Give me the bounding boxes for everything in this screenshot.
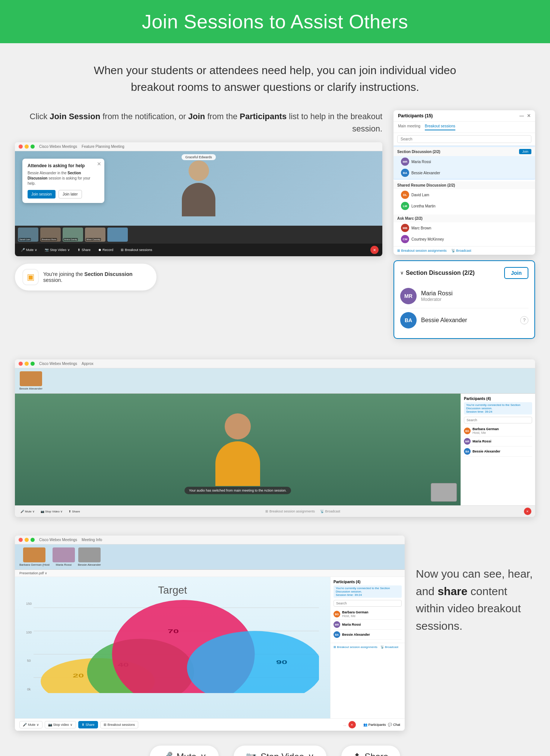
presenter-badge: Graceful Edwards (181, 154, 216, 160)
thumb-3: Amira Gandy (63, 228, 83, 242)
panel-header: Participants (15) — ✕ (393, 110, 535, 122)
m2t-mute[interactable]: 🎤 Mute ∨ (19, 509, 37, 514)
thumbnails-strip: Sarah Lam Breakout Boris Amira Gandy Wre… (15, 226, 382, 244)
chart-sidebar-search-input[interactable] (334, 600, 402, 607)
chart-thumb-1 (23, 547, 45, 562)
person-figure (182, 161, 215, 216)
question-icon: ? (520, 316, 528, 324)
joining-icon: ▣ (22, 269, 39, 285)
participant-name-maria: Maria Rossi (411, 160, 431, 164)
search-input[interactable] (397, 135, 531, 143)
bs-mute-btn[interactable]: 🎤 Mute ∨ (19, 721, 42, 728)
stop-video-action-button[interactable]: 📷 Stop Video ∨ (234, 746, 326, 756)
c-max-btn[interactable] (31, 538, 35, 542)
record-toolbar-button[interactable]: ⏺ Record (96, 247, 116, 253)
m2t-breakout[interactable]: ⊞ Breakout session assignments (265, 509, 315, 513)
right-column: Participants (15) — ✕ Main meeting Break… (393, 110, 535, 339)
ps-name-maria-2: Maria Rossi (472, 439, 491, 443)
bs-dots[interactable]: ... (343, 723, 346, 727)
mute-action-chevron: ∨ (200, 752, 207, 756)
y-label-2: 50 (26, 659, 32, 663)
join-session-button[interactable]: Join session (28, 190, 56, 198)
tab-breakout-sessions[interactable]: Breakout sessions (425, 124, 455, 130)
s-min-btn[interactable] (25, 362, 29, 366)
session-join-button-1[interactable]: Join (519, 149, 531, 154)
minimize-btn[interactable] (25, 144, 29, 149)
chart-title: Target (26, 584, 319, 596)
bs-chat-link[interactable]: 💬 Chat (388, 723, 400, 727)
corner-video (431, 483, 457, 502)
session-title-3: Ask Marc (2/2) (397, 216, 423, 220)
breakout-assignments-link[interactable]: ⊞ Breakout session assignments (397, 249, 447, 252)
share-toolbar-button[interactable]: ⬆ Share (75, 247, 93, 253)
bs-end-btn[interactable]: ✕ (348, 721, 356, 728)
s-max-btn[interactable] (31, 362, 35, 366)
share-icon: ⬆ (78, 248, 80, 252)
breakout-toolbar-button[interactable]: ⊞ Breakout sessions (118, 247, 155, 253)
stop-video-toolbar-button[interactable]: 📷 Stop Video ∨ (42, 247, 72, 253)
val-20: 20 (73, 673, 84, 679)
chart-ps-time: Session time: 39:24 (336, 593, 399, 597)
bs-video-btn[interactable]: 📷 Stop video ∨ (45, 721, 76, 728)
close-icon[interactable]: ✕ (97, 161, 101, 167)
audio-switch-banner: Your audio has switched from main meetin… (184, 487, 291, 494)
m2t-video[interactable]: 📷 Stop Video ∨ (39, 509, 64, 514)
sd-header: ∨ Section Discussion (2/2) Join (400, 267, 528, 279)
chart-person-3: Bessie Alexander (78, 547, 101, 566)
window-controls (19, 144, 35, 149)
chart-role-barbara: Host, Me (342, 614, 369, 618)
thumb-label-2: Breakout Boris (41, 238, 57, 241)
mute-chevron: ∨ (35, 248, 37, 252)
chart-broadcast-link[interactable]: 📡 Broadcast (380, 645, 398, 649)
ps-role-barbara: Host, Me (472, 431, 499, 435)
breakout-label: Breakout sessions (125, 248, 152, 252)
panel-tabs: Main meeting Breakout sessions (393, 122, 535, 133)
left-column: Click Join Session from the notification… (15, 110, 382, 298)
c-close-btn[interactable] (19, 538, 23, 542)
m2t-end[interactable]: ✕ (524, 508, 531, 515)
sd-title: ∨ Section Discussion (2/2) (400, 270, 475, 276)
search-bar (393, 133, 535, 146)
bs-breakout-btn[interactable]: ⊞ Breakout sessions (100, 721, 139, 728)
maximize-btn[interactable] (31, 144, 35, 149)
chart-breakout-link[interactable]: ⊞ Breakout session assignments (334, 645, 377, 649)
broadcast-link[interactable]: 📡 Broadcast (451, 249, 471, 252)
tab-main-meeting[interactable]: Main meeting (398, 124, 420, 130)
bs-share-btn[interactable]: ⬆ Share (78, 721, 98, 728)
m2t-share[interactable]: ⬆ Share (67, 509, 82, 514)
session-title-1: Section Discussion (2/2) (397, 150, 440, 154)
chart-ps-status-text: You're currently connected to the Sectio… (336, 587, 399, 593)
thumb-1: Sarah Lam (18, 228, 38, 242)
share-action-button[interactable]: ⬆ Share (341, 746, 400, 756)
minimize-icon[interactable]: — (519, 113, 524, 118)
s-close-btn[interactable] (19, 362, 23, 366)
bs-participants-link[interactable]: 👥 Participants (363, 723, 386, 727)
chart-thumb-2 (53, 547, 75, 562)
mute-action-button[interactable]: 🎤 Mute ∨ (150, 746, 219, 756)
chart-ps-item-barbara: BG Barbara German Host, Me (334, 609, 402, 620)
participants-title: Participants (15) (398, 113, 433, 118)
meeting2-toolbar: 🎤 Mute ∨ 📷 Stop Video ∨ ⬆ Share ⊞ Breako… (15, 505, 535, 517)
thumb-label-1: Sarah Lam (19, 238, 31, 241)
bs-breakout-icon: ⊞ (104, 723, 107, 727)
sd-avatar-bessie: BA (400, 312, 417, 328)
end-call-button[interactable]: ✕ (370, 246, 379, 254)
presenter-name: Graceful Edwards (185, 155, 212, 159)
c-min-btn[interactable] (25, 538, 29, 542)
m2t-broadcast[interactable]: 📡 Broadcast (320, 509, 340, 513)
ps-item-bessie-2: BA Bessie Alexander (464, 447, 532, 457)
avatar-marc: MB (401, 224, 409, 232)
meeting-title: Feature Planning Meeting (82, 144, 124, 149)
sd-join-button[interactable]: Join (504, 267, 528, 279)
participant-name-bessie: Bessie Alexander (411, 171, 440, 175)
join-later-button[interactable]: Join later (59, 190, 82, 198)
sidebar-search-input[interactable] (464, 417, 532, 423)
bs-share-icon: ⬆ (82, 723, 85, 727)
close-btn[interactable] (19, 144, 23, 149)
sidebar-search (464, 417, 532, 423)
participant-maria: MR Maria Rossi (393, 156, 535, 167)
close-panel-icon[interactable]: ✕ (527, 113, 531, 118)
sd-avatar-maria: MR (400, 288, 417, 304)
chart-avatar-maria: MR (334, 621, 340, 628)
mute-toolbar-button[interactable]: 🎤 Mute ∨ (19, 247, 39, 253)
